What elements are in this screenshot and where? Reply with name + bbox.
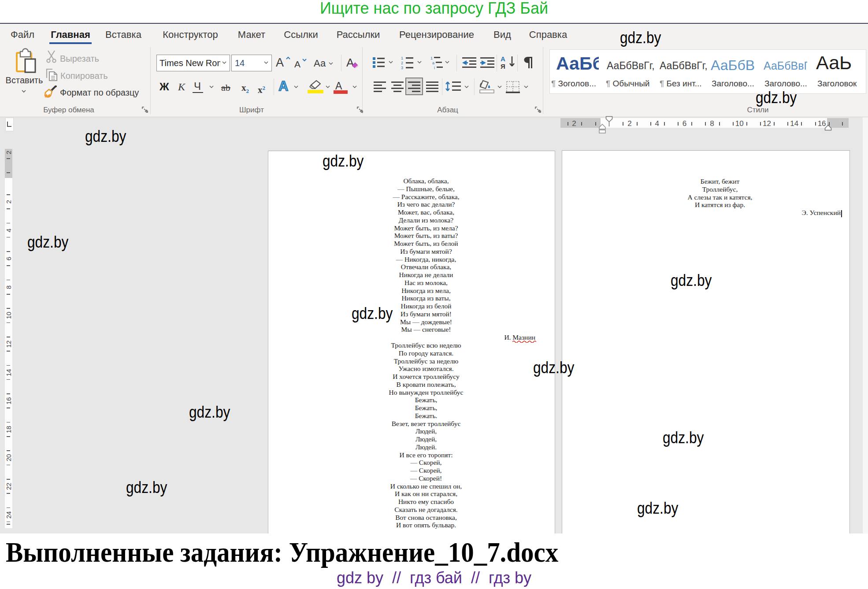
svg-text:2: 2 bbox=[401, 61, 403, 65]
svg-text:a: a bbox=[432, 61, 434, 65]
svg-text:i: i bbox=[434, 66, 435, 69]
svg-text:Я: Я bbox=[501, 63, 505, 70]
svg-text:1: 1 bbox=[430, 56, 433, 60]
svg-text:1: 1 bbox=[401, 56, 403, 60]
svg-text:3: 3 bbox=[401, 66, 403, 69]
svg-text:А: А bbox=[501, 56, 505, 63]
